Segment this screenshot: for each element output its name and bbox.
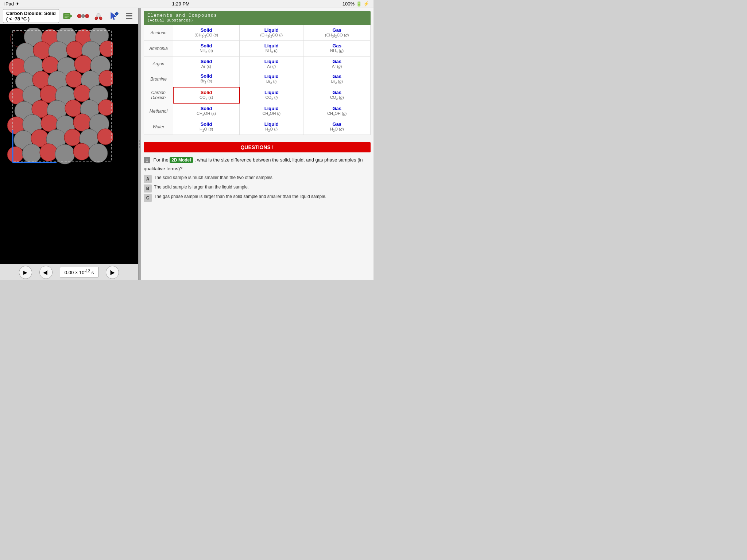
status-right: 100% 🔋 ⚡ (342, 1, 369, 7)
svg-point-70 (7, 147, 23, 163)
questions-section: QUESTIONS ! 1 For the 2D Model , what is… (141, 139, 374, 208)
molecule-icon[interactable] (77, 10, 89, 22)
svg-point-67 (64, 129, 81, 146)
question-prefix: For the (153, 157, 170, 163)
svg-point-12 (99, 17, 102, 20)
ammonia-gas[interactable]: Gas NH3 (g) (303, 41, 371, 57)
bromine-gas[interactable]: Gas Br2 (g) (303, 71, 371, 87)
svg-rect-19 (126, 13, 132, 14)
compounds-table: Acetone Solid (CH3)2CO (s) Liquid (CH3)2… (144, 25, 371, 135)
water-gas[interactable]: Gas H2O (g) (303, 119, 371, 135)
compound-name-ammonia[interactable]: Ammonia (144, 41, 173, 57)
table-row: Methanol Solid CH3OH (s) Liquid CH3OH (l… (144, 103, 371, 119)
table-row: Argon Solid Ar (s) Liquid Ar (l) Gas Ar … (144, 57, 371, 71)
answer-letter-b[interactable]: B (144, 184, 152, 192)
status-time: 1:29 PM (172, 1, 189, 7)
acetone-solid[interactable]: Solid (CH3)2CO (s) (173, 25, 240, 41)
carbon-dioxide-liquid[interactable]: Liquid CO2 (l) (240, 87, 303, 103)
battery-label: 100% (342, 1, 355, 7)
svg-rect-20 (126, 15, 132, 16)
table-header: Elements and Compounds (Actual Substance… (144, 11, 371, 25)
answer-letter-c[interactable]: C (144, 194, 152, 202)
toolbar-icons (62, 10, 135, 22)
question-number-1: 1 (144, 157, 150, 163)
argon-liquid[interactable]: Liquid Ar (l) (240, 57, 303, 71)
svg-point-11 (95, 17, 98, 20)
step-forward-button[interactable]: |▶ (106, 266, 119, 279)
answer-text-a: The solid sample is much smaller than th… (154, 175, 274, 181)
battery-icon: 🔋 (356, 1, 362, 7)
table-subtitle: (Actual Substances) (147, 18, 367, 23)
table-row: Acetone Solid (CH3)2CO (s) Liquid (CH3)2… (144, 25, 371, 41)
main-content: Carbon Dioxide: Solid ( < -78 °C ) (0, 8, 374, 280)
ammonia-solid[interactable]: Solid NH3 (s) (173, 41, 240, 57)
svg-point-75 (89, 144, 108, 163)
argon-gas[interactable]: Gas Ar (g) (303, 57, 371, 71)
compound-name-bromine[interactable]: Bromine (144, 71, 173, 87)
molecule-title: Carbon Dioxide: Solid ( < -78 °C ) (3, 9, 59, 23)
compound-name-water[interactable]: Water (144, 119, 173, 135)
svg-point-10 (97, 13, 100, 17)
table-row: Water Solid H2O (s) Liquid H2O (l) Gas H… (144, 119, 371, 135)
bromine-solid[interactable]: Solid Br2 (s) (173, 71, 240, 87)
answer-option-a[interactable]: A The solid sample is much smaller than … (144, 175, 371, 183)
label-icon[interactable] (62, 10, 74, 22)
acetone-gas[interactable]: Gas (CH3)2CO (g) (303, 25, 371, 41)
svg-point-71 (22, 144, 41, 163)
drag-icon[interactable] (123, 10, 135, 22)
answer-options: A The solid sample is much smaller than … (144, 175, 371, 202)
answer-letter-a[interactable]: A (144, 175, 152, 183)
acetone-liquid[interactable]: Liquid (CH3)2CO (l) (240, 25, 303, 41)
svg-point-31 (66, 41, 83, 58)
svg-point-36 (42, 57, 59, 73)
questions-header: QUESTIONS ! (144, 142, 371, 152)
step-back-button[interactable]: ◀| (39, 266, 53, 279)
cursor-icon[interactable] (108, 10, 120, 22)
toolbar: Carbon Dioxide: Solid ( < -78 °C ) (0, 8, 138, 24)
compound-name-carbon-dioxide[interactable]: CarbonDioxide (144, 87, 173, 103)
question-1: 1 For the 2D Model , what is the size di… (144, 155, 371, 202)
compound-name-methanol[interactable]: Methanol (144, 103, 173, 119)
svg-point-69 (97, 129, 113, 145)
playback-controls: ▶ ◀| 0.00 × 10-12 s |▶ (0, 264, 138, 280)
water-solid[interactable]: Solid H2O (s) (173, 119, 240, 135)
svg-point-72 (40, 144, 57, 161)
ipad-label: iPad ✈ (4, 1, 19, 7)
play-button[interactable]: ▶ (19, 266, 32, 279)
answer-option-b[interactable]: B The solid sample is larger than the li… (144, 184, 371, 192)
water-liquid[interactable]: Liquid H2O (l) (240, 119, 303, 135)
argon-solid[interactable]: Solid Ar (s) (173, 57, 240, 71)
answer-option-c[interactable]: C The gas phase sample is larger than th… (144, 194, 371, 202)
answer-text-c: The gas phase sample is larger than the … (154, 194, 326, 200)
svg-point-74 (73, 143, 90, 160)
molecule-scene: 1 nm (7, 28, 113, 166)
svg-point-6 (82, 14, 85, 18)
table-row: CarbonDioxide Solid CO2 (s) Liquid CO2 (… (144, 87, 371, 103)
time-display: 0.00 × 10-12 s (60, 267, 98, 277)
bromine-liquid[interactable]: Liquid Br2 (l) (240, 71, 303, 87)
right-panel: Elements and Compounds (Actual Substance… (141, 8, 374, 280)
svg-point-48 (40, 85, 58, 103)
status-bar: iPad ✈ 1:29 PM 100% 🔋 ⚡ (0, 0, 374, 8)
compound-name-argon[interactable]: Argon (144, 57, 173, 71)
3d-viewer[interactable]: 1 nm (0, 24, 138, 264)
table-section: Elements and Compounds (Actual Substance… (141, 8, 374, 138)
svg-point-50 (74, 85, 90, 102)
left-panel: Carbon Dioxide: Solid ( < -78 °C ) (0, 8, 139, 280)
status-left: iPad ✈ (4, 1, 19, 7)
carbon-dioxide-solid[interactable]: Solid CO2 (s) (173, 87, 240, 103)
carbon-dioxide-gas[interactable]: Gas CO2 (g) (303, 87, 371, 103)
svg-point-62 (73, 114, 91, 131)
lightning-icon: ⚡ (363, 1, 369, 7)
2d-model-highlight[interactable]: 2D Model (170, 157, 193, 163)
methanol-solid[interactable]: Solid CH3OH (s) (173, 103, 240, 119)
ammonia-liquid[interactable]: Liquid NH3 (l) (240, 41, 303, 57)
svg-marker-1 (70, 15, 72, 18)
methanol-liquid[interactable]: Liquid CH3OH (l) (240, 103, 303, 119)
answer-text-b: The solid sample is larger than the liqu… (154, 184, 249, 190)
small-molecule-icon[interactable] (93, 10, 104, 22)
compound-name-acetone[interactable]: Acetone (144, 25, 173, 41)
svg-point-60 (41, 115, 58, 132)
svg-point-57 (98, 100, 113, 116)
methanol-gas[interactable]: Gas CH3OH (g) (303, 103, 371, 119)
